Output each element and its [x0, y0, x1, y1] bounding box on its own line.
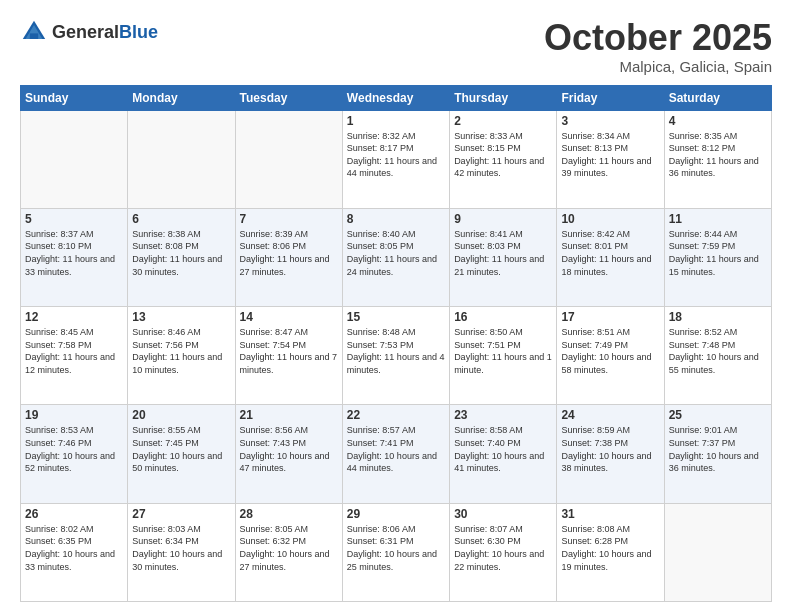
location-title: Malpica, Galicia, Spain [544, 58, 772, 75]
day-number: 16 [454, 310, 552, 324]
day-number: 5 [25, 212, 123, 226]
calendar-week-row: 5Sunrise: 8:37 AM Sunset: 8:10 PM Daylig… [21, 208, 772, 306]
day-info: Sunrise: 8:51 AM Sunset: 7:49 PM Dayligh… [561, 326, 659, 376]
table-row [664, 503, 771, 601]
day-info: Sunrise: 8:33 AM Sunset: 8:15 PM Dayligh… [454, 130, 552, 180]
calendar-week-row: 19Sunrise: 8:53 AM Sunset: 7:46 PM Dayli… [21, 405, 772, 503]
table-row: 24Sunrise: 8:59 AM Sunset: 7:38 PM Dayli… [557, 405, 664, 503]
table-row: 29Sunrise: 8:06 AM Sunset: 6:31 PM Dayli… [342, 503, 449, 601]
table-row: 14Sunrise: 8:47 AM Sunset: 7:54 PM Dayli… [235, 307, 342, 405]
svg-rect-2 [30, 33, 38, 39]
day-number: 26 [25, 507, 123, 521]
day-info: Sunrise: 8:48 AM Sunset: 7:53 PM Dayligh… [347, 326, 445, 376]
day-number: 19 [25, 408, 123, 422]
day-info: Sunrise: 8:07 AM Sunset: 6:30 PM Dayligh… [454, 523, 552, 573]
day-number: 22 [347, 408, 445, 422]
table-row: 10Sunrise: 8:42 AM Sunset: 8:01 PM Dayli… [557, 208, 664, 306]
table-row [235, 110, 342, 208]
table-row: 6Sunrise: 8:38 AM Sunset: 8:08 PM Daylig… [128, 208, 235, 306]
header: GeneralBlue October 2025 Malpica, Galici… [20, 18, 772, 75]
day-info: Sunrise: 8:55 AM Sunset: 7:45 PM Dayligh… [132, 424, 230, 474]
table-row: 5Sunrise: 8:37 AM Sunset: 8:10 PM Daylig… [21, 208, 128, 306]
day-info: Sunrise: 8:37 AM Sunset: 8:10 PM Dayligh… [25, 228, 123, 278]
day-number: 24 [561, 408, 659, 422]
day-number: 17 [561, 310, 659, 324]
day-info: Sunrise: 8:45 AM Sunset: 7:58 PM Dayligh… [25, 326, 123, 376]
day-number: 13 [132, 310, 230, 324]
day-info: Sunrise: 8:39 AM Sunset: 8:06 PM Dayligh… [240, 228, 338, 278]
title-block: October 2025 Malpica, Galicia, Spain [544, 18, 772, 75]
table-row: 18Sunrise: 8:52 AM Sunset: 7:48 PM Dayli… [664, 307, 771, 405]
day-info: Sunrise: 8:52 AM Sunset: 7:48 PM Dayligh… [669, 326, 767, 376]
logo-general: General [52, 22, 119, 42]
table-row: 1Sunrise: 8:32 AM Sunset: 8:17 PM Daylig… [342, 110, 449, 208]
table-row: 26Sunrise: 8:02 AM Sunset: 6:35 PM Dayli… [21, 503, 128, 601]
day-number: 31 [561, 507, 659, 521]
table-row [128, 110, 235, 208]
table-row: 28Sunrise: 8:05 AM Sunset: 6:32 PM Dayli… [235, 503, 342, 601]
day-number: 8 [347, 212, 445, 226]
logo: GeneralBlue [20, 18, 158, 46]
table-row: 30Sunrise: 8:07 AM Sunset: 6:30 PM Dayli… [450, 503, 557, 601]
day-info: Sunrise: 8:02 AM Sunset: 6:35 PM Dayligh… [25, 523, 123, 573]
col-monday: Monday [128, 85, 235, 110]
calendar-week-row: 1Sunrise: 8:32 AM Sunset: 8:17 PM Daylig… [21, 110, 772, 208]
day-info: Sunrise: 8:53 AM Sunset: 7:46 PM Dayligh… [25, 424, 123, 474]
table-row: 13Sunrise: 8:46 AM Sunset: 7:56 PM Dayli… [128, 307, 235, 405]
table-row [21, 110, 128, 208]
day-number: 20 [132, 408, 230, 422]
day-info: Sunrise: 8:42 AM Sunset: 8:01 PM Dayligh… [561, 228, 659, 278]
day-info: Sunrise: 8:03 AM Sunset: 6:34 PM Dayligh… [132, 523, 230, 573]
day-info: Sunrise: 8:06 AM Sunset: 6:31 PM Dayligh… [347, 523, 445, 573]
day-info: Sunrise: 8:44 AM Sunset: 7:59 PM Dayligh… [669, 228, 767, 278]
day-info: Sunrise: 8:41 AM Sunset: 8:03 PM Dayligh… [454, 228, 552, 278]
table-row: 12Sunrise: 8:45 AM Sunset: 7:58 PM Dayli… [21, 307, 128, 405]
day-number: 25 [669, 408, 767, 422]
day-number: 7 [240, 212, 338, 226]
table-row: 17Sunrise: 8:51 AM Sunset: 7:49 PM Dayli… [557, 307, 664, 405]
col-wednesday: Wednesday [342, 85, 449, 110]
day-number: 9 [454, 212, 552, 226]
col-saturday: Saturday [664, 85, 771, 110]
col-sunday: Sunday [21, 85, 128, 110]
day-number: 15 [347, 310, 445, 324]
day-info: Sunrise: 8:46 AM Sunset: 7:56 PM Dayligh… [132, 326, 230, 376]
table-row: 25Sunrise: 9:01 AM Sunset: 7:37 PM Dayli… [664, 405, 771, 503]
day-number: 2 [454, 114, 552, 128]
day-number: 29 [347, 507, 445, 521]
day-number: 18 [669, 310, 767, 324]
day-info: Sunrise: 8:47 AM Sunset: 7:54 PM Dayligh… [240, 326, 338, 376]
day-number: 6 [132, 212, 230, 226]
table-row: 20Sunrise: 8:55 AM Sunset: 7:45 PM Dayli… [128, 405, 235, 503]
day-info: Sunrise: 8:58 AM Sunset: 7:40 PM Dayligh… [454, 424, 552, 474]
table-row: 31Sunrise: 8:08 AM Sunset: 6:28 PM Dayli… [557, 503, 664, 601]
logo-icon [20, 18, 48, 46]
table-row: 11Sunrise: 8:44 AM Sunset: 7:59 PM Dayli… [664, 208, 771, 306]
calendar: Sunday Monday Tuesday Wednesday Thursday… [20, 85, 772, 602]
table-row: 8Sunrise: 8:40 AM Sunset: 8:05 PM Daylig… [342, 208, 449, 306]
page: GeneralBlue October 2025 Malpica, Galici… [0, 0, 792, 612]
day-info: Sunrise: 8:50 AM Sunset: 7:51 PM Dayligh… [454, 326, 552, 376]
day-number: 3 [561, 114, 659, 128]
col-tuesday: Tuesday [235, 85, 342, 110]
day-number: 10 [561, 212, 659, 226]
table-row: 16Sunrise: 8:50 AM Sunset: 7:51 PM Dayli… [450, 307, 557, 405]
day-number: 11 [669, 212, 767, 226]
day-number: 21 [240, 408, 338, 422]
day-info: Sunrise: 8:57 AM Sunset: 7:41 PM Dayligh… [347, 424, 445, 474]
table-row: 3Sunrise: 8:34 AM Sunset: 8:13 PM Daylig… [557, 110, 664, 208]
table-row: 22Sunrise: 8:57 AM Sunset: 7:41 PM Dayli… [342, 405, 449, 503]
day-number: 12 [25, 310, 123, 324]
calendar-header-row: Sunday Monday Tuesday Wednesday Thursday… [21, 85, 772, 110]
day-info: Sunrise: 8:32 AM Sunset: 8:17 PM Dayligh… [347, 130, 445, 180]
table-row: 9Sunrise: 8:41 AM Sunset: 8:03 PM Daylig… [450, 208, 557, 306]
calendar-week-row: 26Sunrise: 8:02 AM Sunset: 6:35 PM Dayli… [21, 503, 772, 601]
col-thursday: Thursday [450, 85, 557, 110]
day-number: 4 [669, 114, 767, 128]
table-row: 2Sunrise: 8:33 AM Sunset: 8:15 PM Daylig… [450, 110, 557, 208]
table-row: 21Sunrise: 8:56 AM Sunset: 7:43 PM Dayli… [235, 405, 342, 503]
day-number: 30 [454, 507, 552, 521]
day-info: Sunrise: 8:40 AM Sunset: 8:05 PM Dayligh… [347, 228, 445, 278]
calendar-week-row: 12Sunrise: 8:45 AM Sunset: 7:58 PM Dayli… [21, 307, 772, 405]
col-friday: Friday [557, 85, 664, 110]
